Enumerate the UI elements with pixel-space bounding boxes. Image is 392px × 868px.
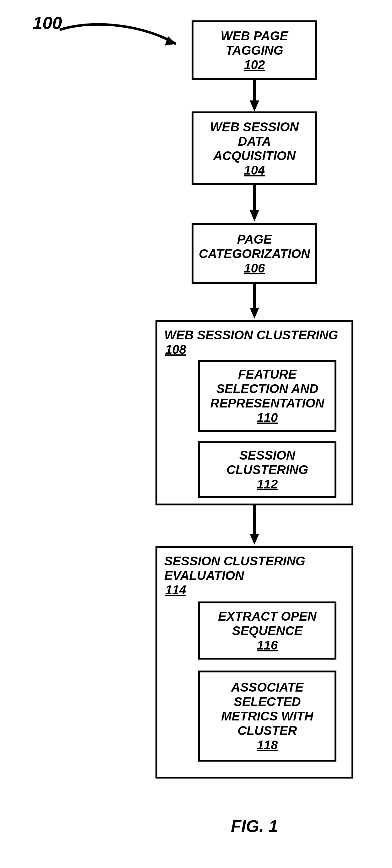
figure-label: FIG. 1 <box>223 816 286 836</box>
box-title: EXTRACT OPEN SEQUENCE <box>206 609 328 638</box>
svg-marker-8 <box>250 534 259 545</box>
box-header: WEB SESSION CLUSTERING 108 <box>164 328 338 356</box>
svg-marker-6 <box>250 308 259 319</box>
box-title: WEB PAGE TAGGING <box>200 29 309 57</box>
box-number: 110 <box>256 410 279 425</box>
box-number: 118 <box>256 738 279 752</box>
arrow-102-104 <box>250 80 259 115</box>
box-title: SESSION CLUSTERING <box>206 448 328 477</box>
box-associate-metrics: ASSOCIATE SELECTED METRICS WITH CLUSTER … <box>198 671 336 762</box>
arrow-106-108 <box>250 284 259 320</box>
box-number: 116 <box>256 638 279 652</box>
box-number: 106 <box>243 261 266 275</box>
box-web-session-data-acq: WEB SESSION DATA ACQUISITION 104 <box>191 112 317 185</box>
box-number: 104 <box>243 163 266 177</box>
box-extract-open-sequence: EXTRACT OPEN SEQUENCE 116 <box>198 601 336 659</box>
box-web-session-clustering: WEB SESSION CLUSTERING 108 FEATURE SELEC… <box>155 320 353 505</box>
box-session-clustering: SESSION CLUSTERING 112 <box>198 441 336 498</box>
box-number: 108 <box>164 342 187 356</box>
box-title: SESSION CLUSTERING EVALUATION <box>164 554 352 583</box>
box-title: ASSOCIATE SELECTED METRICS WITH CLUSTER <box>206 680 328 738</box>
box-header: SESSION CLUSTERING EVALUATION 114 <box>164 554 352 597</box>
arrow-108-114 <box>250 505 259 546</box>
svg-marker-2 <box>250 100 259 112</box>
box-page-categorization: PAGE CATEGORIZATION 106 <box>191 223 317 284</box>
svg-marker-0 <box>165 36 176 45</box>
box-title: PAGE CATEGORIZATION <box>199 232 310 261</box>
diagram-canvas: 100 WEB PAGE TAGGING 102 WEB SESSION DAT… <box>0 0 392 868</box>
box-number: 114 <box>164 583 187 597</box>
box-title: WEB SESSION DATA ACQUISITION <box>200 120 309 163</box>
box-number: 102 <box>243 57 266 72</box>
pointer-arrow-100 <box>57 22 188 57</box>
box-number: 112 <box>256 477 279 491</box>
box-feature-selection: FEATURE SELECTION AND REPRESENTATION 110 <box>198 360 336 432</box>
box-title: FEATURE SELECTION AND REPRESENTATION <box>206 367 328 410</box>
arrow-104-106 <box>250 185 259 223</box>
box-web-page-tagging: WEB PAGE TAGGING 102 <box>191 21 317 80</box>
box-session-clustering-eval: SESSION CLUSTERING EVALUATION 114 EXTRAC… <box>155 546 353 778</box>
svg-marker-4 <box>250 210 259 221</box>
box-title: WEB SESSION CLUSTERING <box>164 328 338 342</box>
